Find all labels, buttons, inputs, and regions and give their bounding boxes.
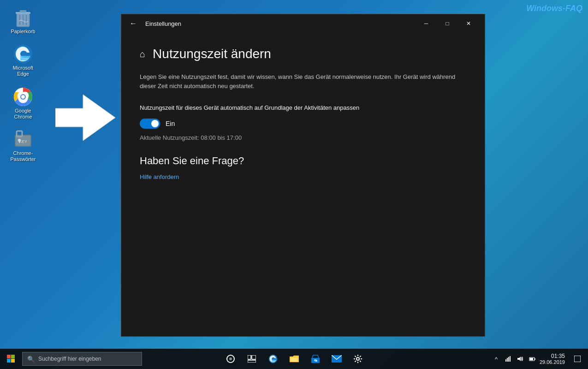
svg-rect-33 xyxy=(505,359,506,362)
svg-rect-25 xyxy=(252,355,256,359)
store-icon: 🛍 xyxy=(311,354,320,363)
svg-rect-36 xyxy=(510,356,511,362)
tray-volume-icon[interactable] xyxy=(515,349,526,369)
toggle-thumb xyxy=(151,120,159,127)
svg-rect-19 xyxy=(11,355,15,358)
desktop-icon-chrome-passwords[interactable]: KEY Chrome-Passwörter xyxy=(5,126,42,164)
svg-rect-2 xyxy=(20,10,26,12)
svg-rect-26 xyxy=(248,360,256,363)
chrome-label: Google Chrome xyxy=(6,108,40,120)
svg-rect-35 xyxy=(508,357,509,362)
system-tray: ^ xyxy=(491,349,538,369)
minimize-button[interactable]: ─ xyxy=(416,17,437,30)
start-button[interactable] xyxy=(0,349,22,369)
page-title: Nutzungszeit ändern xyxy=(153,47,271,61)
recycle-bin-icon xyxy=(12,6,34,29)
svg-point-32 xyxy=(356,357,359,360)
toggle-state-label: Ein xyxy=(166,120,175,127)
taskbar-right: ^ xyxy=(491,349,588,369)
settings-icon xyxy=(353,354,362,363)
title-bar-left: ← Einstellungen xyxy=(127,18,181,30)
page-header: ⌂ Nutzungszeit ändern xyxy=(140,47,466,61)
active-time-text: Aktuelle Nutzungszeit: 08:00 bis 17:00 xyxy=(140,134,466,141)
tray-power-icon[interactable] xyxy=(527,349,538,369)
battery-icon xyxy=(529,356,535,362)
title-bar-title: Einstellungen xyxy=(145,20,181,27)
svg-rect-18 xyxy=(7,355,11,358)
svg-rect-41 xyxy=(574,356,581,362)
svg-marker-37 xyxy=(517,357,521,361)
system-clock[interactable]: 01:35 29.06.2019 xyxy=(540,353,569,365)
watermark-text: Windows-FAQ xyxy=(526,4,582,13)
network-icon xyxy=(505,356,511,362)
edge-label: Microsoft Edge xyxy=(6,65,40,77)
clock-date: 29.06.2019 xyxy=(540,359,565,365)
maximize-button[interactable]: □ xyxy=(437,17,458,30)
clock-time: 01:35 xyxy=(551,353,565,359)
cortana-icon xyxy=(226,354,235,363)
taskbar-taskview-button[interactable] xyxy=(242,349,262,369)
taskbar-edge-button[interactable] xyxy=(263,349,283,369)
toggle-switch[interactable] xyxy=(140,119,160,129)
toggle-track xyxy=(140,119,160,129)
taskbar-left: 🔍 Suchbegriff hier eingeben xyxy=(0,349,142,369)
desktop: Windows-FAQ Papierkorb Microsoft Edg xyxy=(0,0,588,369)
title-bar: ← Einstellungen ─ □ ✕ xyxy=(121,14,485,33)
papierkorb-label: Papierkorb xyxy=(11,29,35,35)
notification-button[interactable] xyxy=(570,349,584,369)
taskbar-cortana-button[interactable] xyxy=(220,349,241,369)
windows-logo-icon xyxy=(7,355,15,363)
svg-rect-24 xyxy=(248,355,251,359)
faq-title: Haben Sie eine Frage? xyxy=(140,155,466,167)
taskbar-settings-button[interactable] xyxy=(348,349,368,369)
settings-content: ⌂ Nutzungszeit ändern Legen Sie eine Nut… xyxy=(121,33,485,336)
volume-icon xyxy=(517,356,523,362)
search-text: Suchbegriff hier eingeben xyxy=(38,356,101,362)
page-description: Legen Sie eine Nutzungszeit fest, damit … xyxy=(140,72,466,90)
taskbar-mail-button[interactable] xyxy=(327,349,347,369)
svg-text:KEY: KEY xyxy=(19,139,27,144)
notification-icon xyxy=(574,356,581,362)
svg-rect-39 xyxy=(535,358,535,360)
arrow-indicator xyxy=(55,92,115,143)
chrome-icon xyxy=(12,86,34,108)
svg-point-23 xyxy=(229,357,232,360)
search-icon: 🔍 xyxy=(27,356,35,363)
tray-network-icon[interactable] xyxy=(503,349,514,369)
desktop-icons: Papierkorb Microsoft Edge xyxy=(5,5,42,164)
desktop-icon-edge[interactable]: Microsoft Edge xyxy=(5,41,42,79)
help-link[interactable]: Hilfe anfordern xyxy=(140,173,179,180)
taskbar-edge-icon xyxy=(268,354,278,364)
desktop-icon-chrome[interactable]: Google Chrome xyxy=(5,84,42,122)
svg-rect-21 xyxy=(11,359,15,363)
search-bar[interactable]: 🔍 Suchbegriff hier eingeben xyxy=(22,352,142,366)
desktop-icon-papierkorb[interactable]: Papierkorb xyxy=(5,5,42,36)
mail-icon xyxy=(332,355,342,363)
svg-rect-20 xyxy=(7,359,11,363)
taskbar: 🔍 Suchbegriff hier eingeben xyxy=(0,349,588,369)
task-view-icon xyxy=(248,355,256,363)
explorer-icon xyxy=(290,355,299,363)
tray-expand-button[interactable]: ^ xyxy=(491,349,502,369)
back-button[interactable]: ← xyxy=(127,18,140,30)
svg-text:🛍: 🛍 xyxy=(314,359,317,362)
chrome-passwords-label: Chrome-Passwörter xyxy=(6,150,40,162)
svg-rect-40 xyxy=(530,358,533,360)
home-icon: ⌂ xyxy=(140,49,145,60)
chrome-passwords-icon: KEY xyxy=(12,128,34,150)
taskbar-explorer-button[interactable] xyxy=(284,349,304,369)
taskbar-middle: 🛍 xyxy=(220,349,368,369)
edge-icon xyxy=(12,43,34,65)
title-bar-controls: ─ □ ✕ xyxy=(416,17,479,30)
taskbar-store-button[interactable]: 🛍 xyxy=(305,349,326,369)
toggle-row: Ein xyxy=(140,119,466,129)
svg-rect-28 xyxy=(291,357,298,362)
svg-point-10 xyxy=(21,95,25,99)
svg-marker-17 xyxy=(55,95,115,141)
auto-toggle-label: Nutzungszeit für dieses Gerät automatisc… xyxy=(140,104,466,111)
svg-rect-34 xyxy=(507,358,508,362)
close-button[interactable]: ✕ xyxy=(458,17,479,30)
settings-window: ← Einstellungen ─ □ ✕ ⌂ Nutzungszeit änd… xyxy=(121,14,485,337)
